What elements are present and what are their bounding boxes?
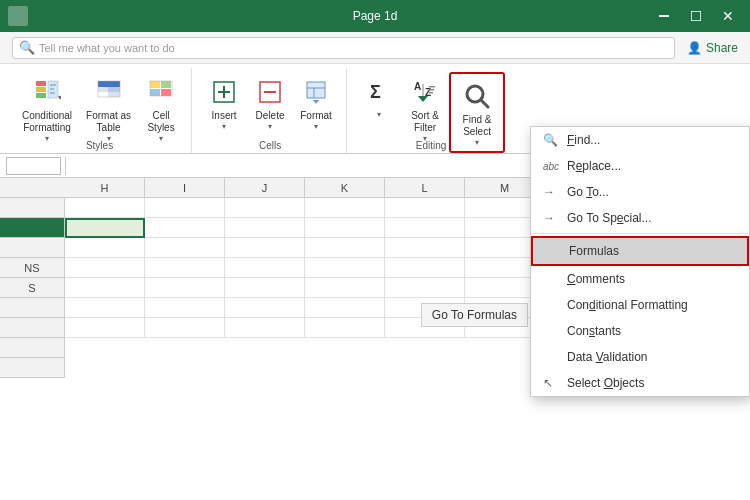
grid-cell[interactable] (145, 258, 225, 278)
find-select-arrow: ▾ (475, 138, 479, 147)
col-header-i[interactable]: I (145, 178, 225, 197)
menu-divider-1 (531, 233, 749, 234)
insert-icon (208, 76, 240, 108)
svg-rect-4 (36, 93, 46, 98)
menu-item-find[interactable]: 🔍 Find... (531, 127, 749, 153)
search-placeholder: Tell me what you want to do (39, 42, 175, 54)
grid-cell[interactable] (145, 318, 225, 338)
grid-cell[interactable] (145, 238, 225, 258)
menu-item-data-validation[interactable]: Data Validation (531, 344, 749, 370)
svg-rect-36 (429, 92, 433, 94)
row-header-6[interactable] (0, 298, 64, 318)
row-header-7[interactable] (0, 318, 64, 338)
find-select-button[interactable]: Find &Select ▾ (449, 72, 505, 153)
autosum-button[interactable]: Σ ▾ (357, 72, 401, 123)
row-header-9[interactable] (0, 358, 64, 378)
grid-cell[interactable] (65, 238, 145, 258)
svg-rect-10 (98, 81, 120, 87)
grid-cell[interactable] (305, 258, 385, 278)
menu-item-goto[interactable]: → Go To... (531, 179, 749, 205)
menu-item-comments[interactable]: Comments (531, 266, 749, 292)
grid-cell[interactable] (385, 218, 465, 238)
menu-item-formulas[interactable]: Formulas (531, 236, 749, 266)
grid-cell[interactable] (385, 258, 465, 278)
insert-button[interactable]: Insert ▾ (202, 72, 246, 135)
svg-rect-18 (150, 89, 160, 96)
share-button[interactable]: 👤 Share (687, 41, 738, 55)
close-button[interactable]: ✕ (714, 5, 742, 27)
grid-cell-active[interactable] (65, 218, 145, 238)
svg-rect-0 (659, 15, 669, 17)
row-header-2[interactable] (0, 218, 64, 238)
grid-cell[interactable] (225, 218, 305, 238)
grid-cell[interactable] (305, 318, 385, 338)
grid-cell[interactable] (305, 198, 385, 218)
grid-cell[interactable] (305, 218, 385, 238)
cells-group-label: Cells (259, 140, 281, 151)
grid-cell[interactable] (225, 298, 305, 318)
grid-cell[interactable] (225, 278, 305, 298)
menu-item-replace[interactable]: abc Replace... (531, 153, 749, 179)
goto-menu-icon: → (543, 185, 559, 199)
menu-constants-text: Constants (567, 324, 737, 338)
name-box[interactable] (6, 157, 61, 175)
insert-label: Insert (212, 110, 237, 122)
menu-comments-text: Comments (567, 272, 737, 286)
minimize-button[interactable] (650, 5, 678, 27)
grid-cell[interactable] (65, 278, 145, 298)
sort-filter-icon: A Z (409, 76, 441, 108)
menu-cond-format-text: Conditional Formatting (567, 298, 737, 312)
col-header-h[interactable]: H (65, 178, 145, 197)
grid-cell[interactable] (385, 198, 465, 218)
row-header-3[interactable] (0, 238, 64, 258)
format-button[interactable]: Format ▾ (294, 72, 338, 135)
svg-rect-12 (108, 87, 120, 92)
svg-text:Σ: Σ (370, 82, 381, 102)
cell-styles-button[interactable]: CellStyles ▾ (139, 72, 183, 147)
delete-arrow: ▾ (268, 122, 272, 131)
grid-cell[interactable] (225, 318, 305, 338)
conditional-formatting-icon: ▾ (31, 76, 63, 108)
grid-cell[interactable] (145, 218, 225, 238)
row-header-4[interactable]: NS (0, 258, 64, 278)
row-header-8[interactable] (0, 338, 64, 358)
grid-cell[interactable] (65, 298, 145, 318)
svg-rect-17 (161, 81, 171, 88)
col-header-k[interactable]: K (305, 178, 385, 197)
grid-cell[interactable] (225, 258, 305, 278)
conditional-formatting-arrow: ▾ (45, 134, 49, 143)
editing-group-label: Editing (416, 140, 447, 151)
svg-rect-1 (691, 11, 701, 21)
menu-item-goto-special[interactable]: → Go To Special... (531, 205, 749, 231)
menu-item-cond-format[interactable]: Conditional Formatting (531, 292, 749, 318)
grid-cell[interactable] (305, 238, 385, 258)
grid-cell[interactable] (225, 198, 305, 218)
grid-cell[interactable] (385, 278, 465, 298)
row-header-1[interactable] (0, 198, 64, 218)
grid-cell[interactable] (145, 298, 225, 318)
sort-filter-button[interactable]: A Z Sort &Filter ▾ (403, 72, 447, 147)
col-header-l[interactable]: L (385, 178, 465, 197)
delete-label: Delete (256, 110, 285, 122)
delete-button[interactable]: Delete ▾ (248, 72, 292, 135)
grid-cell[interactable] (305, 278, 385, 298)
menu-goto-special-text: Go To Special... (567, 211, 737, 225)
format-as-table-label: Format asTable (86, 110, 131, 134)
cell-styles-icon (145, 76, 177, 108)
grid-cell[interactable] (65, 258, 145, 278)
grid-cell[interactable] (145, 198, 225, 218)
menu-item-select-objects[interactable]: ↖ Select Objects (531, 370, 749, 396)
menu-item-constants[interactable]: Constants (531, 318, 749, 344)
grid-cell[interactable] (65, 318, 145, 338)
col-header-j[interactable]: J (225, 178, 305, 197)
grid-cell[interactable] (225, 238, 305, 258)
grid-cell[interactable] (65, 198, 145, 218)
restore-button[interactable] (682, 5, 710, 27)
format-arrow: ▾ (314, 122, 318, 131)
conditional-formatting-button[interactable]: ▾ ConditionalFormatting ▾ (16, 72, 78, 147)
format-as-table-button[interactable]: Format asTable ▾ (80, 72, 137, 147)
row-header-5[interactable]: S (0, 278, 64, 298)
grid-cell[interactable] (305, 298, 385, 318)
grid-cell[interactable] (385, 238, 465, 258)
grid-cell[interactable] (145, 278, 225, 298)
